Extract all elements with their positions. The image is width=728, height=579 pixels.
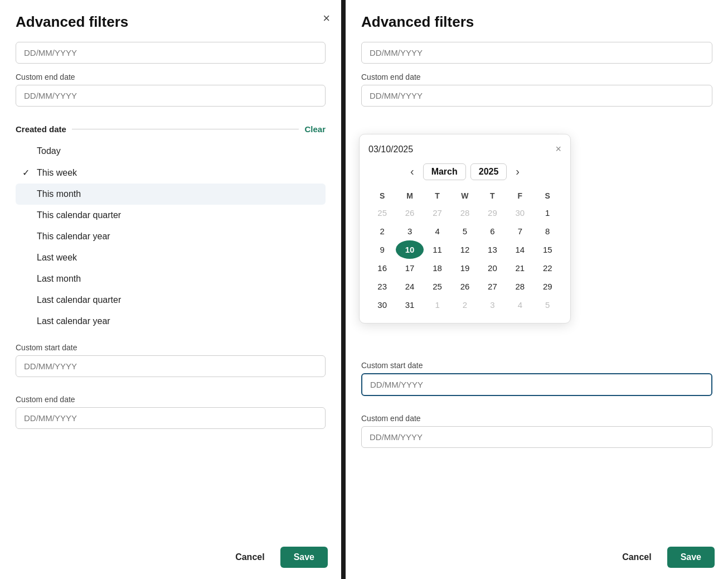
calendar-day-cell[interactable]: 29 — [479, 204, 506, 222]
custom-end-date-input[interactable] — [16, 85, 326, 107]
calendar-day-cell[interactable]: 24 — [396, 277, 423, 296]
filter-option-last-calendar-quarter[interactable]: Last calendar quarter — [16, 290, 326, 311]
left-footer: Cancel Save — [226, 547, 328, 568]
calendar-day-cell[interactable]: 5 — [451, 222, 478, 240]
custom-end-date-label: Custom end date — [16, 73, 326, 81]
calendar-top-bar: 03/10/2025 × — [368, 143, 561, 155]
calendar-day-cell[interactable]: 13 — [479, 240, 506, 259]
right-footer: Cancel Save — [613, 547, 715, 568]
calendar-day-cell[interactable]: 27 — [424, 204, 451, 222]
filter-option-today[interactable]: Today — [16, 141, 326, 162]
calendar-day-cell[interactable]: 30 — [506, 204, 533, 222]
calendar-day-cell[interactable]: 5 — [534, 296, 561, 314]
calendar-day-header: W — [451, 188, 478, 204]
calendar-day-cell[interactable]: 4 — [506, 296, 533, 314]
calendar-popup: 03/10/2025 × ‹ March 2025 › SMTWTFS 2526… — [359, 134, 571, 324]
calendar-day-cell[interactable]: 29 — [534, 277, 561, 296]
filter-option-last-month[interactable]: Last month — [16, 268, 326, 290]
calendar-day-cell[interactable]: 4 — [424, 222, 451, 240]
calendar-day-cell[interactable]: 12 — [451, 240, 478, 259]
calendar-nav-row: ‹ March 2025 › — [368, 163, 561, 180]
calendar-day-cell[interactable]: 9 — [368, 240, 396, 259]
filter-option-label: This week — [37, 168, 77, 178]
calendar-date-display: 03/10/2025 — [368, 144, 413, 155]
calendar-day-cell[interactable]: 20 — [479, 259, 506, 277]
top-partial-input[interactable] — [16, 42, 326, 64]
calendar-day-cell[interactable]: 26 — [396, 204, 423, 222]
calendar-day-cell[interactable]: 2 — [451, 296, 478, 314]
calendar-day-cell[interactable]: 2 — [368, 222, 396, 240]
right-save-button[interactable]: Save — [667, 547, 715, 568]
calendar-close-button[interactable]: × — [555, 143, 561, 155]
right-custom-end-date2-input[interactable] — [361, 426, 712, 448]
calendar-day-cell[interactable]: 28 — [451, 204, 478, 222]
created-date-section: Created date Clear — [16, 124, 326, 134]
calendar-week-row: 9101112131415 — [368, 240, 561, 259]
calendar-day-cell[interactable]: 17 — [396, 259, 423, 277]
calendar-day-cell[interactable]: 22 — [534, 259, 561, 277]
calendar-prev-button[interactable]: ‹ — [406, 163, 419, 180]
filter-option-label: This month — [37, 189, 81, 199]
filter-option-this-calendar-year[interactable]: This calendar year — [16, 226, 326, 247]
calendar-day-cell[interactable]: 19 — [451, 259, 478, 277]
calendar-header-row: SMTWTFS — [368, 188, 561, 204]
filter-option-this-calendar-quarter[interactable]: This calendar quarter — [16, 205, 326, 226]
calendar-day-cell[interactable]: 28 — [506, 277, 533, 296]
filter-option-label: Last calendar year — [37, 316, 110, 326]
calendar-day-cell[interactable]: 27 — [479, 277, 506, 296]
clear-button[interactable]: Clear — [304, 124, 326, 134]
custom-end-date2-input[interactable] — [16, 407, 326, 429]
calendar-day-header: S — [534, 188, 561, 204]
filter-option-this-week[interactable]: ✓This week — [16, 162, 326, 184]
calendar-day-cell[interactable]: 15 — [534, 240, 561, 259]
calendar-next-button[interactable]: › — [511, 163, 524, 180]
filter-option-label: Last month — [37, 274, 81, 284]
calendar-year-button[interactable]: 2025 — [470, 163, 507, 180]
custom-start-date-input[interactable] — [16, 355, 326, 377]
left-save-button[interactable]: Save — [280, 547, 328, 568]
divider — [72, 129, 299, 129]
filter-list: Today✓This weekThis monthThis calendar q… — [16, 141, 326, 332]
filter-option-last-calendar-year[interactable]: Last calendar year — [16, 311, 326, 332]
right-custom-end-date-label: Custom end date — [361, 73, 712, 81]
calendar-month-button[interactable]: March — [423, 163, 466, 180]
created-date-label: Created date — [16, 124, 66, 134]
calendar-day-cell[interactable]: 8 — [534, 222, 561, 240]
calendar-day-cell[interactable]: 31 — [396, 296, 423, 314]
calendar-day-cell[interactable]: 16 — [368, 259, 396, 277]
calendar-day-header: T — [479, 188, 506, 204]
right-custom-end-date-input[interactable] — [361, 85, 712, 107]
custom-end-date2-label: Custom end date — [16, 395, 326, 404]
calendar-day-cell[interactable]: 30 — [368, 296, 396, 314]
calendar-day-cell[interactable]: 6 — [479, 222, 506, 240]
filter-option-label: This calendar quarter — [37, 210, 121, 220]
calendar-day-cell[interactable]: 25 — [424, 277, 451, 296]
calendar-week-row: 16171819202122 — [368, 259, 561, 277]
left-cancel-button[interactable]: Cancel — [226, 547, 273, 568]
calendar-day-cell[interactable]: 11 — [424, 240, 451, 259]
calendar-day-cell[interactable]: 18 — [424, 259, 451, 277]
calendar-day-cell[interactable]: 25 — [368, 204, 396, 222]
custom-end-date2-group: Custom end date — [16, 395, 326, 438]
right-custom-start-date-input[interactable] — [361, 373, 712, 396]
calendar-day-cell[interactable]: 10 — [396, 240, 423, 259]
calendar-day-header: F — [506, 188, 533, 204]
calendar-day-cell[interactable]: 1 — [534, 204, 561, 222]
custom-end-date-group: Custom end date — [16, 73, 326, 115]
right-cancel-button[interactable]: Cancel — [613, 547, 660, 568]
filter-option-label: Last calendar quarter — [37, 295, 121, 305]
close-button[interactable]: × — [323, 11, 330, 26]
calendar-day-cell[interactable]: 7 — [506, 222, 533, 240]
filter-option-this-month[interactable]: This month — [16, 184, 326, 205]
calendar-day-cell[interactable]: 26 — [451, 277, 478, 296]
calendar-day-cell[interactable]: 14 — [506, 240, 533, 259]
calendar-day-cell[interactable]: 3 — [479, 296, 506, 314]
calendar-day-cell[interactable]: 21 — [506, 259, 533, 277]
filter-option-last-week[interactable]: Last week — [16, 247, 326, 268]
custom-start-date-group: Custom start date — [16, 343, 326, 386]
calendar-day-cell[interactable]: 3 — [396, 222, 423, 240]
right-top-partial-input[interactable] — [361, 42, 712, 64]
calendar-day-cell[interactable]: 23 — [368, 277, 396, 296]
check-icon: ✓ — [22, 167, 32, 178]
calendar-day-cell[interactable]: 1 — [424, 296, 451, 314]
